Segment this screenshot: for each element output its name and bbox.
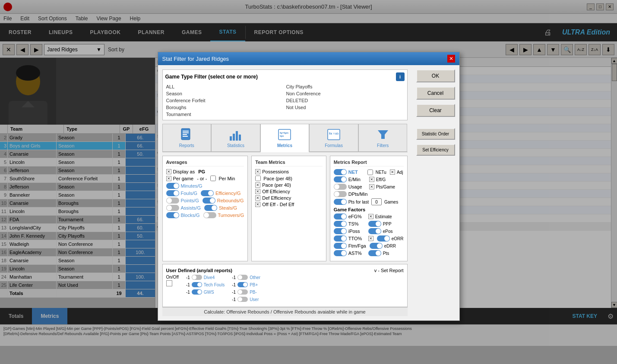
- filter-city-playoffs[interactable]: City Playoffs: [285, 84, 405, 90]
- svg-text:fx: fx: [329, 132, 332, 135]
- net-toggle[interactable]: [334, 169, 347, 175]
- usage-toggle[interactable]: [334, 184, 347, 190]
- tab-reports[interactable]: Reports: [162, 124, 212, 152]
- points-g-toggle[interactable]: [166, 198, 179, 204]
- tab-icons-bar: Reports Statistics: [162, 124, 408, 152]
- svg-rect-7: [183, 132, 189, 133]
- iposs-toggle[interactable]: [334, 228, 347, 234]
- filter-tournament[interactable]: Tournament: [165, 111, 285, 117]
- svg-rect-9: [183, 136, 188, 137]
- metrics-tab-label: Metrics: [277, 143, 292, 148]
- svg-text:fg=fgm: fg=fgm: [280, 132, 288, 134]
- svg-rect-13: [239, 135, 241, 141]
- steals-g-toggle[interactable]: [204, 205, 217, 211]
- blocks-g-toggle[interactable]: [166, 212, 179, 218]
- fouls-g-toggle[interactable]: [166, 190, 179, 196]
- display-as-check[interactable]: [166, 169, 171, 174]
- adj-check[interactable]: [390, 169, 395, 175]
- turnovers-g-toggle[interactable]: [203, 212, 216, 218]
- filter-title: Game Type Filter (select one or more) i: [165, 72, 405, 81]
- epos-toggle[interactable]: [368, 228, 381, 234]
- ast-row: AST% Pts: [334, 250, 404, 256]
- possessions-row: Possessions: [255, 169, 322, 174]
- dptsmin-toggle[interactable]: [334, 191, 347, 197]
- pts-toggle[interactable]: [368, 250, 381, 256]
- dive4-toggle[interactable]: [192, 275, 202, 280]
- off-eff-def-eff-check[interactable]: [255, 202, 260, 207]
- efg-row: eFG% Estimate: [334, 213, 404, 220]
- def-efficiency-check[interactable]: [255, 195, 260, 201]
- filter-not-used[interactable]: Not Used: [285, 104, 405, 110]
- emin-toggle[interactable]: [334, 176, 347, 182]
- gws-toggle[interactable]: [192, 289, 202, 295]
- tab-filters[interactable]: Filters: [358, 124, 408, 152]
- efficiency-g-toggle[interactable]: [201, 190, 214, 196]
- pb-plus-toggle[interactable]: [237, 282, 248, 287]
- per-game-check[interactable]: [166, 176, 171, 181]
- statistic-order-button[interactable]: Statistic Order: [416, 128, 455, 140]
- user-defined-controls: On/Off -1 Dive4 -1: [166, 275, 404, 303]
- ftmfga-toggle[interactable]: [334, 243, 347, 249]
- filter-conference-forfeit[interactable]: Conference Forfeit: [165, 97, 285, 104]
- other-toggle[interactable]: [237, 275, 248, 280]
- clear-button[interactable]: Clear: [416, 104, 455, 117]
- ast-toggle[interactable]: [334, 250, 347, 256]
- tab-formulas[interactable]: fx =ab Formulas: [309, 124, 358, 152]
- assists-g-toggle[interactable]: [166, 205, 179, 211]
- onoff-check[interactable]: [166, 280, 172, 286]
- off-efficiency-check[interactable]: [255, 189, 260, 194]
- tab-statistics[interactable]: Statistics: [211, 124, 260, 152]
- filter-deleted[interactable]: DELETED: [285, 97, 405, 104]
- set-efficiency-button[interactable]: Set Efficiency: [416, 144, 455, 156]
- info-button[interactable]: i: [396, 72, 405, 81]
- filters-tab-label: Filters: [377, 143, 389, 148]
- possessions-check[interactable]: [255, 169, 260, 174]
- ok-button[interactable]: OK: [416, 69, 455, 82]
- metrics-report-title: Metrics Report: [334, 160, 404, 166]
- metrics-report-section: Metrics Report NET NETu Adj: [330, 156, 408, 261]
- effg-check[interactable]: [369, 177, 374, 182]
- modal-close-button[interactable]: ✕: [447, 55, 455, 63]
- svg-rect-6: [183, 131, 189, 132]
- user-defined-section: User Defined (any/all reports) v - Set R…: [162, 264, 408, 307]
- pace-48-check[interactable]: [255, 176, 261, 181]
- ts-toggle[interactable]: [334, 221, 347, 227]
- pts-last-input[interactable]: [371, 198, 382, 205]
- tto-x-check[interactable]: [368, 236, 373, 241]
- rebounds-g-toggle[interactable]: [203, 198, 215, 204]
- netu-check[interactable]: [367, 169, 373, 175]
- ts-row: TS% PPP: [334, 221, 404, 227]
- modal-title: Stat Filter for Jared Ridges: [162, 56, 229, 62]
- pts-last-toggle[interactable]: [334, 199, 347, 205]
- filter-boroughs[interactable]: Boroughs: [165, 104, 285, 110]
- tech-fouls-toggle[interactable]: [192, 282, 202, 287]
- efg-toggle[interactable]: [334, 213, 347, 220]
- filters-icon: [376, 128, 390, 141]
- off-eff-def-eff-row: Off Eff - Def Eff: [255, 202, 322, 207]
- filter-all[interactable]: ALL: [165, 84, 285, 90]
- pace-40-row: Pace (per 40): [255, 182, 322, 188]
- def-efficiency-row: Def Efficiency: [255, 195, 322, 201]
- v-set-report: v - Set Report: [374, 268, 404, 273]
- ppp-toggle[interactable]: [368, 221, 381, 227]
- iposs-row: iPoss ePos: [334, 228, 404, 234]
- tab-metrics[interactable]: fg=fgm tga Metrics: [260, 124, 310, 152]
- modal-title-bar: Stat Filter for Jared Ridges ✕: [158, 52, 459, 65]
- ftmfga-row: Ftm/Fga eDRR: [334, 243, 404, 249]
- pts-game-check[interactable]: [369, 184, 374, 189]
- filter-season[interactable]: Season: [165, 91, 285, 97]
- pb-minus-toggle[interactable]: [237, 289, 248, 295]
- minutes-g-toggle[interactable]: [166, 183, 179, 189]
- modal-dialog: Stat Filter for Jared Ridges ✕ Game Type…: [158, 52, 460, 321]
- filter-non-conference[interactable]: Non Conference: [285, 91, 405, 97]
- estimate-check[interactable]: [368, 214, 373, 219]
- pace-40-check[interactable]: [255, 182, 260, 188]
- eorr-toggle[interactable]: [377, 235, 390, 242]
- tto-toggle[interactable]: [334, 235, 347, 242]
- cancel-button[interactable]: Cancel: [416, 87, 455, 100]
- user-toggle[interactable]: [237, 297, 248, 302]
- per-min-check[interactable]: [210, 176, 216, 181]
- reports-tab-label: Reports: [179, 143, 194, 148]
- edrr-toggle[interactable]: [370, 243, 383, 249]
- net-row: NET NETu Adj: [334, 169, 404, 175]
